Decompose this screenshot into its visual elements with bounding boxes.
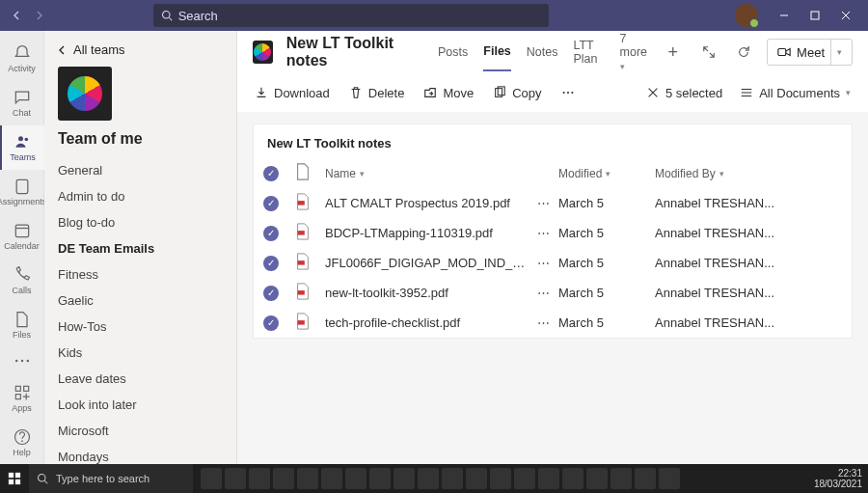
channel-item[interactable]: Kids bbox=[44, 340, 236, 366]
channel-item[interactable]: Gaelic bbox=[44, 288, 236, 314]
add-tab-button[interactable]: + bbox=[663, 42, 685, 63]
row-checkbox[interactable]: ✓ bbox=[263, 286, 279, 301]
cmd-label: Copy bbox=[512, 86, 541, 100]
nav-forward-button[interactable] bbox=[29, 6, 48, 25]
rail-files[interactable]: Files bbox=[0, 302, 44, 346]
start-button[interactable] bbox=[0, 464, 29, 493]
tab-ltt-plan[interactable]: LTT Plan bbox=[573, 27, 604, 77]
taskbar-app[interactable] bbox=[345, 468, 366, 489]
rail-activity[interactable]: Activity bbox=[0, 37, 44, 81]
taskbar-app[interactable] bbox=[321, 468, 342, 489]
window-close-button[interactable] bbox=[831, 2, 860, 29]
file-modified: March 5 bbox=[558, 196, 655, 210]
taskbar-app[interactable] bbox=[514, 468, 535, 489]
nav-back-button[interactable] bbox=[8, 6, 27, 25]
tab-files[interactable]: Files bbox=[483, 33, 511, 71]
taskbar-app[interactable] bbox=[659, 468, 680, 489]
row-checkbox[interactable]: ✓ bbox=[263, 315, 279, 331]
column-name[interactable]: Name▾ bbox=[325, 167, 528, 180]
channel-item[interactable]: Microsoft bbox=[44, 418, 236, 444]
table-row[interactable]: ✓JFL0066F_DIGIGAP_MOD_IND_FRAME...⋯March… bbox=[254, 248, 852, 278]
meet-button[interactable]: Meet ▾ bbox=[767, 39, 853, 66]
taskbar-app[interactable] bbox=[201, 468, 222, 489]
copy-button[interactable]: Copy bbox=[493, 86, 541, 100]
channel-item[interactable]: Leave dates bbox=[44, 366, 236, 392]
taskbar-app[interactable] bbox=[635, 468, 656, 489]
file-modified: March 5 bbox=[558, 315, 655, 330]
svg-rect-1 bbox=[811, 12, 819, 19]
rail-chat[interactable]: Chat bbox=[0, 81, 44, 125]
refresh-icon[interactable] bbox=[732, 41, 755, 64]
row-checkbox[interactable]: ✓ bbox=[263, 226, 279, 241]
column-modifiedby[interactable]: Modified By▾ bbox=[655, 167, 809, 180]
taskbar-app[interactable] bbox=[610, 468, 632, 489]
taskbar-app[interactable] bbox=[586, 468, 608, 489]
table-row[interactable]: ✓tech-profile-checklist.pdf⋯March 5Annab… bbox=[254, 308, 852, 338]
rail-calls[interactable]: Calls bbox=[0, 258, 44, 302]
taskbar-search[interactable]: Type here to search bbox=[29, 464, 193, 493]
taskbar-app[interactable] bbox=[562, 468, 583, 489]
tab-7-more[interactable]: 7 more ▾ bbox=[620, 20, 649, 84]
taskbar-app[interactable] bbox=[490, 468, 511, 489]
taskbar-app[interactable] bbox=[442, 468, 463, 489]
rail-assignments[interactable]: Assignments bbox=[0, 170, 44, 214]
select-all-checkbox[interactable]: ✓ bbox=[263, 166, 279, 181]
table-row[interactable]: ✓BDCP-LTMapping-110319.pdf⋯March 5Annabe… bbox=[254, 218, 852, 248]
taskbar-clock[interactable]: 22:31 18/03/2021 bbox=[814, 468, 862, 489]
taskbar-app[interactable] bbox=[249, 468, 270, 489]
download-button[interactable]: Download bbox=[255, 86, 330, 100]
row-more-button[interactable]: ⋯ bbox=[528, 315, 558, 330]
channel-item[interactable]: Admin to do bbox=[44, 183, 236, 209]
channel-item[interactable]: Fitness bbox=[44, 261, 236, 288]
folder-title: New LT Toolkit notes bbox=[254, 124, 852, 158]
taskbar-app[interactable] bbox=[369, 468, 391, 489]
row-more-button[interactable]: ⋯ bbox=[528, 286, 558, 300]
svg-point-8 bbox=[26, 360, 29, 363]
team-avatar[interactable] bbox=[58, 67, 112, 121]
expand-icon[interactable] bbox=[697, 41, 720, 64]
more-commands[interactable] bbox=[561, 86, 575, 99]
channel-item[interactable]: How-Tos bbox=[44, 314, 236, 340]
taskbar-app[interactable] bbox=[297, 468, 318, 489]
view-selector[interactable]: All Documents▾ bbox=[740, 86, 851, 100]
row-checkbox[interactable]: ✓ bbox=[263, 196, 279, 211]
window-maximize-button[interactable] bbox=[800, 2, 829, 29]
row-checkbox[interactable]: ✓ bbox=[263, 256, 279, 271]
taskbar-app[interactable] bbox=[538, 468, 559, 489]
table-row[interactable]: ✓ALT CMALT Prospectus 2019.pdf⋯March 5An… bbox=[254, 188, 852, 218]
move-button[interactable]: Move bbox=[423, 86, 474, 100]
team-name[interactable]: Team of me bbox=[44, 130, 236, 157]
taskbar-app[interactable] bbox=[225, 468, 246, 489]
window-minimize-button[interactable] bbox=[770, 2, 799, 29]
taskbar-app[interactable] bbox=[466, 468, 487, 489]
rail-apps[interactable]: Apps bbox=[0, 375, 44, 420]
row-more-button[interactable]: ⋯ bbox=[528, 196, 558, 210]
tab-posts[interactable]: Posts bbox=[438, 34, 468, 70]
tab-notes[interactable]: Notes bbox=[527, 34, 558, 70]
delete-button[interactable]: Delete bbox=[349, 86, 405, 100]
taskbar-tray[interactable]: 22:31 18/03/2021 bbox=[814, 468, 868, 489]
back-all-teams[interactable]: All teams bbox=[44, 31, 236, 65]
channel-item[interactable]: Look into later bbox=[44, 392, 236, 418]
rail-more[interactable] bbox=[0, 346, 44, 375]
row-more-button[interactable]: ⋯ bbox=[528, 226, 558, 240]
channel-item[interactable]: Blog to-do bbox=[44, 209, 236, 235]
taskbar-app[interactable] bbox=[393, 468, 415, 489]
row-more-button[interactable]: ⋯ bbox=[528, 256, 558, 270]
rail-teams[interactable]: Teams bbox=[0, 125, 44, 170]
user-avatar[interactable] bbox=[735, 4, 758, 27]
rail-help[interactable]: Help bbox=[0, 420, 44, 464]
meet-dropdown[interactable]: ▾ bbox=[830, 40, 848, 65]
taskbar-app[interactable] bbox=[418, 468, 439, 489]
column-modified[interactable]: Modified▾ bbox=[558, 167, 655, 180]
svg-point-7 bbox=[20, 360, 23, 363]
pdf-icon bbox=[294, 253, 312, 270]
selection-count[interactable]: 5 selected bbox=[646, 86, 722, 100]
rail-calendar[interactable]: Calendar bbox=[0, 214, 44, 259]
table-row[interactable]: ✓new-lt-toolkit-3952.pdf⋯March 5Annabel … bbox=[254, 278, 852, 308]
channel-item[interactable]: General bbox=[44, 157, 236, 183]
svg-rect-9 bbox=[15, 386, 20, 391]
channel-item[interactable]: DE Team Emails bbox=[44, 235, 236, 261]
channel-item[interactable]: Mondays bbox=[44, 444, 236, 464]
taskbar-app[interactable] bbox=[273, 468, 294, 489]
